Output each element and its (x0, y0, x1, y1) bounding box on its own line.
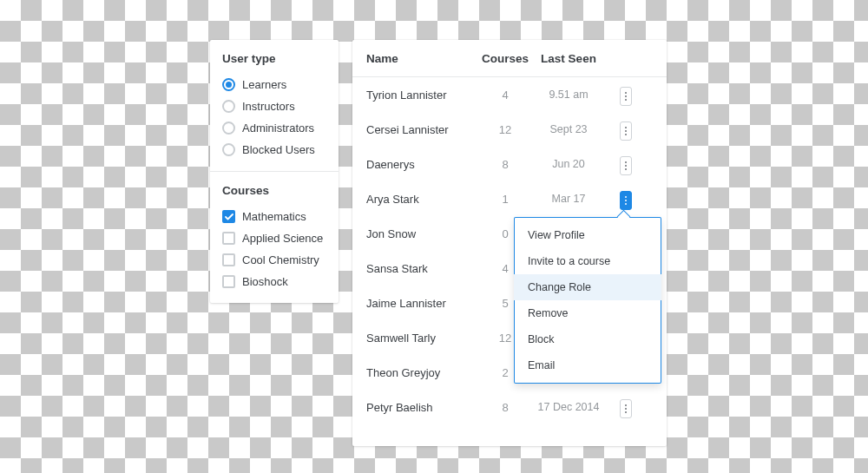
menu-view-profile[interactable]: View Profile (514, 222, 661, 248)
menu-email[interactable]: Email (514, 352, 661, 378)
table-row: Cersei Lannister12Sept 23 (352, 112, 667, 147)
dots-icon (625, 408, 627, 410)
col-header-name[interactable]: Name (366, 52, 479, 65)
menu-remove[interactable]: Remove (514, 300, 661, 326)
table-row: Tyrion Lannister49.51 am (352, 77, 667, 112)
cell-name: Samwell Tarly (366, 332, 479, 345)
option-label: Cool Chemistry (242, 253, 319, 266)
user-type-option-learners[interactable]: Learners (222, 74, 326, 95)
menu-change-role[interactable]: Change Role (514, 274, 661, 300)
user-type-title: User type (222, 52, 326, 65)
table-row: Daenerys8Jun 20 (352, 147, 667, 181)
option-label: Applied Science (242, 232, 323, 245)
option-label: Bioshock (242, 275, 288, 288)
dots-icon (625, 165, 627, 167)
dots-icon (625, 95, 627, 97)
courses-section: Courses Mathematics Applied Science Cool… (210, 171, 339, 303)
row-actions-button[interactable] (620, 156, 632, 175)
dots-icon (625, 404, 627, 406)
cell-last-seen: Sept 23 (531, 123, 606, 135)
checkbox-icon (222, 275, 235, 288)
dots-icon (625, 134, 627, 135)
row-actions-button[interactable] (620, 399, 632, 418)
dots-icon (625, 168, 627, 170)
courses-title: Courses (222, 184, 326, 197)
filter-sidebar: User type Learners Instructors Administr… (210, 40, 339, 303)
option-label: Blocked Users (242, 143, 315, 156)
cell-courses: 12 (479, 123, 531, 136)
course-option-applied-science[interactable]: Applied Science (222, 227, 326, 249)
cell-courses: 4 (479, 89, 531, 102)
checkbox-icon (222, 253, 235, 266)
dots-icon (625, 127, 627, 128)
users-table: Name Courses Last Seen Tyrion Lannister4… (352, 40, 667, 446)
cell-last-seen: 17 Dec 2014 (531, 401, 606, 413)
dots-icon (625, 203, 627, 205)
row-actions-button[interactable] (620, 191, 632, 210)
dots-icon (625, 92, 627, 94)
cell-courses: 1 (479, 193, 531, 206)
row-actions-button[interactable] (620, 87, 632, 106)
cell-last-seen: 9.51 am (531, 89, 606, 101)
user-type-option-instructors[interactable]: Instructors (222, 95, 326, 117)
dots-icon (625, 200, 627, 201)
radio-icon (222, 100, 235, 113)
cell-courses: 8 (479, 158, 531, 171)
row-actions-button[interactable] (620, 122, 632, 141)
cell-name: Cersei Lannister (366, 123, 479, 136)
dots-icon (625, 130, 627, 132)
option-label: Instructors (242, 100, 295, 113)
cell-last-seen: Jun 20 (531, 158, 606, 170)
dots-icon (625, 196, 627, 198)
course-option-bioshock[interactable]: Bioshock (222, 271, 326, 292)
cell-courses: 8 (479, 401, 531, 414)
radio-icon (222, 78, 235, 91)
radio-icon (222, 143, 235, 156)
checkbox-icon (222, 210, 235, 223)
user-type-section: User type Learners Instructors Administr… (210, 40, 339, 171)
cell-name: Petyr Baelish (366, 401, 479, 414)
cell-name: Sansa Stark (366, 262, 479, 275)
dots-icon (625, 99, 627, 101)
menu-block[interactable]: Block (514, 326, 661, 352)
user-type-option-blocked[interactable]: Blocked Users (222, 139, 326, 161)
course-option-cool-chemistry[interactable]: Cool Chemistry (222, 249, 326, 271)
dots-icon (625, 161, 627, 163)
cell-last-seen: Mar 17 (531, 193, 606, 205)
cell-name: Jon Snow (366, 227, 479, 240)
cell-name: Arya Stark (366, 193, 479, 206)
option-label: Administrators (242, 122, 314, 135)
cell-name: Theon Greyjoy (366, 366, 479, 379)
radio-icon (222, 122, 235, 135)
cell-name: Daenerys (366, 158, 479, 171)
course-option-mathematics[interactable]: Mathematics (222, 206, 326, 227)
col-header-courses[interactable]: Courses (479, 52, 531, 65)
table-row: Arya Stark1Mar 17 (352, 181, 667, 216)
cell-name: Jaime Lannister (366, 297, 479, 310)
option-label: Mathematics (242, 210, 306, 223)
table-header: Name Courses Last Seen (352, 40, 667, 77)
option-label: Learners (242, 78, 286, 91)
row-context-menu: View Profile Invite to a course Change R… (514, 217, 661, 384)
col-header-lastseen[interactable]: Last Seen (531, 52, 606, 65)
dots-icon (625, 411, 627, 413)
checkbox-icon (222, 232, 235, 245)
cell-name: Tyrion Lannister (366, 89, 479, 102)
menu-invite[interactable]: Invite to a course (514, 248, 661, 274)
user-type-option-administrators[interactable]: Administrators (222, 117, 326, 139)
table-row: Petyr Baelish817 Dec 2014 (352, 390, 667, 424)
